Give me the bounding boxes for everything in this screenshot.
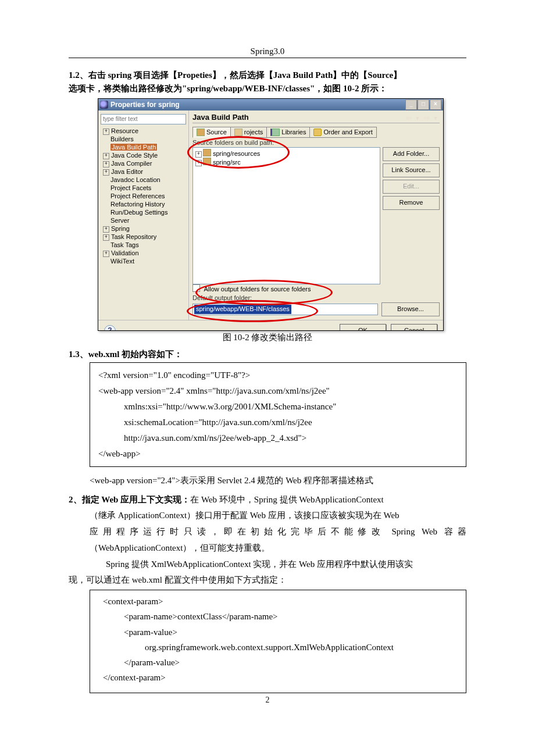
add-folder-button[interactable]: Add Folder...: [383, 147, 440, 161]
source-icon: [197, 129, 205, 136]
folder-icon: [203, 149, 211, 156]
allow-output-label: Allow output folders for source folders: [204, 286, 311, 293]
source-folders-label: Source folders on build path:: [192, 139, 440, 146]
tab-libraries[interactable]: Libraries: [266, 127, 310, 138]
ok-button[interactable]: OK: [340, 324, 386, 331]
projects-icon: [234, 129, 242, 136]
nav-tree-item[interactable]: Project References: [101, 192, 186, 200]
nav-tree-item[interactable]: Server: [101, 216, 186, 224]
section-1-2: 1.2、右击 spring 项目选择【Propeties】，然后选择【Java …: [69, 69, 466, 96]
nav-tree-item[interactable]: +Java Editor: [101, 167, 186, 176]
allow-output-checkbox[interactable]: [192, 284, 200, 292]
explain-1: <web-app version="2.4">表示采用 Servlet 2.4 …: [90, 473, 466, 488]
code-line: <web-app version="2.4" xmlns="http://jav…: [98, 383, 458, 399]
link-source-button[interactable]: Link Source...: [383, 163, 440, 177]
code-line: <param-name>contextClass</param-name>: [98, 609, 458, 624]
tab-order[interactable]: Order and Export: [309, 127, 376, 138]
cancel-button[interactable]: Cancel: [391, 324, 437, 331]
section-1-3-heading: 1.3、web.xml 初始内容如下：: [69, 349, 466, 360]
minimize-button[interactable]: _: [405, 99, 417, 110]
nav-tree-item[interactable]: +Resource: [101, 127, 186, 135]
dialog-title: Properties for spring: [110, 101, 180, 109]
tab-source[interactable]: Source: [192, 127, 231, 138]
code-line: </param-value>: [98, 655, 458, 670]
nav-tree-item[interactable]: Task Tags: [101, 241, 186, 249]
page-number: 2: [69, 696, 466, 705]
nav-tree-item[interactable]: +Java Code Style: [101, 151, 186, 159]
panel-title: Java Build Path: [192, 113, 440, 122]
tab-source-label: Source: [206, 129, 227, 135]
close-button[interactable]: ×: [430, 99, 441, 110]
nav-tree-item[interactable]: Run/Debug Settings: [101, 208, 186, 216]
code-line: org.springframework.web.context.support.…: [98, 640, 458, 655]
maximize-button[interactable]: □: [418, 99, 429, 110]
dialog-footer: ? OK Cancel: [98, 320, 443, 331]
sec2-line3: 应用程序运行时只读，即在初始化完毕后不能修改 Spring Web 容器: [90, 524, 466, 540]
libraries-icon: [270, 129, 280, 136]
nav-tree-item[interactable]: +Validation: [101, 249, 186, 257]
nav-arrows-icon[interactable]: ⇦ ▾ ⇨ ▾: [406, 114, 438, 122]
tab-libraries-label: Libraries: [281, 129, 306, 135]
sec2-line2: （继承 ApplicationContext）接口用于配置 Web 应用，该接口…: [90, 508, 466, 524]
order-icon: [313, 129, 322, 136]
right-panel: Java Build Path ⇦ ▾ ⇨ ▾ Source rojects L…: [189, 110, 443, 320]
properties-dialog: Properties for spring _ □ × +ResourceBui…: [98, 98, 444, 331]
header-rule: [69, 58, 466, 58]
tab-order-label: Order and Export: [323, 129, 372, 135]
default-output-label: Default output folder:: [192, 294, 440, 301]
nav-tree-item[interactable]: Javadoc Location: [101, 176, 186, 184]
nav-tree-item[interactable]: Java Build Path: [101, 143, 186, 151]
source-tree-item[interactable]: +spring/resources: [195, 149, 377, 158]
sec12-line1: 1.2、右击 spring 项目选择【Propeties】，然后选择【Java …: [69, 69, 466, 82]
browse-button[interactable]: Browse...: [381, 302, 440, 316]
nav-tree-item[interactable]: +Spring: [101, 224, 186, 233]
section-2: 2、指定 Web 应用上下文实现：在 Web 环境中，Spring 提供 Web…: [69, 492, 466, 589]
help-icon[interactable]: ?: [104, 325, 116, 331]
code-block-1: <?xml version="1.0" encoding="UTF-8"?> <…: [90, 362, 466, 467]
sec2-line5: Spring 提供 XmlWebApplicationContext 实现，并在…: [90, 557, 466, 573]
tab-projects-label: rojects: [244, 129, 263, 135]
panel-rule: [192, 123, 440, 123]
default-output-value: spring/webapp/WEB-INF/classes: [194, 305, 291, 314]
left-nav: +ResourceBuildersJava Build Path+Java Co…: [98, 110, 189, 320]
code-line: http://java.sun.com/xml/ns/j2ee/web-app_…: [98, 430, 458, 446]
remove-button[interactable]: Remove: [383, 196, 440, 210]
code-line: xmlns:xsi="http://www.w3.org/2001/XMLSch…: [98, 399, 458, 415]
code-line: <param-value>: [98, 625, 458, 640]
filter-input[interactable]: [101, 114, 186, 124]
code-line: xsi:schemaLocation="http://java.sun.com/…: [98, 415, 458, 430]
code-line: </web-app>: [98, 446, 458, 462]
sec2-line4: （WebApplicationContext），但可能支持重载。: [90, 540, 466, 557]
tabs: Source rojects Libraries Order and Expor…: [192, 127, 440, 138]
tab-projects[interactable]: rojects: [230, 127, 267, 138]
code-block-2: <context-param> <param-name>contextClass…: [90, 590, 466, 693]
nav-tree-item[interactable]: +Java Compiler: [101, 159, 186, 167]
page-header: Spring3.0: [69, 47, 466, 56]
source-tree[interactable]: +spring/resources +spring/src: [192, 147, 380, 284]
sec2-line6: 现，可以通过在 web.xml 配置文件中使用如下方式指定：: [69, 572, 466, 589]
eclipse-icon: [100, 101, 108, 109]
edit-button[interactable]: Edit...: [383, 180, 440, 194]
sec12-line2: 选项卡，将类输出路径修改为"spring/webapp/WEB-INF/clas…: [69, 82, 466, 95]
dialog-titlebar: Properties for spring _ □ ×: [98, 99, 443, 110]
code-line: <context-param>: [98, 594, 458, 609]
figure-caption: 图 10-2 修改类输出路径: [69, 332, 466, 343]
nav-tree[interactable]: +ResourceBuildersJava Build Path+Java Co…: [101, 127, 186, 265]
nav-tree-item[interactable]: Project Facets: [101, 184, 186, 192]
default-output-input[interactable]: spring/webapp/WEB-INF/classes: [192, 304, 378, 315]
nav-tree-item[interactable]: Builders: [101, 135, 186, 143]
nav-tree-item[interactable]: WikiText: [101, 257, 186, 265]
source-tree-item[interactable]: +spring/src: [195, 158, 377, 166]
nav-tree-item[interactable]: Refactoring History: [101, 200, 186, 208]
code-line: </context-param>: [98, 670, 458, 685]
nav-tree-item[interactable]: +Task Repository: [101, 233, 186, 241]
folder-icon: [203, 158, 211, 165]
code-line: <?xml version="1.0" encoding="UTF-8"?>: [98, 368, 458, 383]
